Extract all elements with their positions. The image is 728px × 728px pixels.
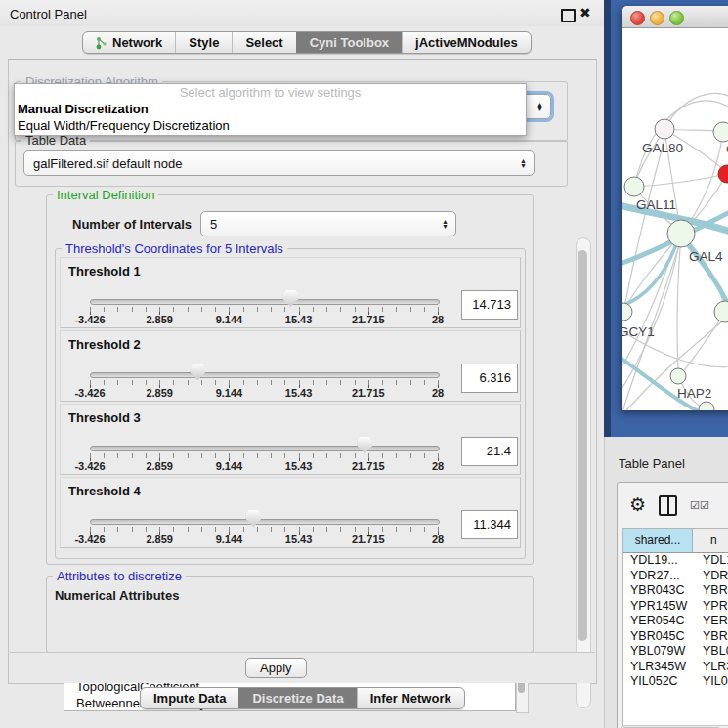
thresholds-group: Threshold's Coordinates for 5 Intervals … bbox=[55, 248, 526, 559]
apply-button[interactable]: Apply bbox=[245, 658, 307, 678]
node-label: GAL4 bbox=[689, 249, 723, 264]
network-view-window[interactable]: GAL80 GAL11 GAL4 GCY1 HAP2 GA C H bbox=[622, 6, 728, 410]
tab-select[interactable]: Select bbox=[232, 32, 295, 53]
node-gal4[interactable] bbox=[667, 220, 695, 247]
tab-discretize-data[interactable]: Discretize Data bbox=[238, 688, 356, 708]
stepper-icon: ▲▼ bbox=[442, 219, 449, 229]
column-header-name[interactable]: n bbox=[693, 529, 728, 552]
node-gal80[interactable] bbox=[655, 119, 674, 139]
threshold-4-slider-track[interactable] bbox=[90, 519, 440, 525]
numerical-attributes-header: Numerical Attributes bbox=[55, 588, 179, 603]
tab-network-label: Network bbox=[112, 35, 162, 50]
node-top-right[interactable] bbox=[713, 122, 728, 142]
close-traffic-light-icon[interactable] bbox=[630, 11, 645, 25]
threshold-3-box: Threshold 3 -3.426 2.859 9.144 15.43 21.… bbox=[60, 404, 521, 475]
minimize-traffic-light-icon[interactable] bbox=[650, 11, 664, 25]
control-panel: Control Panel ✖ Network Style Select Cyn… bbox=[0, 0, 605, 728]
top-tabstrip: Network Style Select Cyni Toolbox jActiv… bbox=[82, 31, 532, 54]
table-toolbar: ⚙ ☑☑ bbox=[618, 489, 728, 522]
zoom-traffic-light-icon[interactable] bbox=[669, 11, 684, 25]
apply-row: Apply bbox=[10, 652, 595, 683]
attributes-group-title: Attributes to discretize bbox=[53, 569, 186, 583]
content-scrollbar[interactable] bbox=[576, 237, 591, 708]
table-row[interactable]: YPR145WYPR1 bbox=[623, 599, 728, 615]
tab-network[interactable]: Network bbox=[83, 32, 175, 53]
table-header-row: shared... n bbox=[623, 529, 728, 553]
num-intervals-label: Number of Intervals bbox=[72, 217, 192, 232]
table-row[interactable]: YBL079WYBL0 bbox=[623, 644, 728, 660]
threshold-1-slider-track[interactable] bbox=[90, 299, 440, 305]
close-icon[interactable]: ✖ bbox=[579, 5, 591, 21]
table-panel: Table Panel ⚙ ☑☑ shared... n YDL19...YDL… bbox=[604, 437, 728, 728]
scrollbar-thumb[interactable] bbox=[578, 250, 587, 641]
threshold-3-label: Threshold 3 bbox=[68, 410, 141, 425]
panel-title: Control Panel bbox=[10, 7, 87, 21]
node-gal11[interactable] bbox=[624, 177, 644, 196]
stepper-icon: ▲▼ bbox=[520, 158, 527, 168]
num-intervals-combobox[interactable]: 5 ▲▼ bbox=[200, 211, 456, 236]
cyni-toolbox-content: Discretization Algorithm ▲▼ Select algor… bbox=[8, 59, 597, 684]
node-bottom-partial[interactable] bbox=[699, 402, 714, 410]
node-label: GAL11 bbox=[636, 197, 676, 212]
dropdown-option-manual[interactable]: Manual Discretization bbox=[15, 101, 526, 117]
dropdown-option-equal-width[interactable]: Equal Width/Frequency Discretization bbox=[15, 117, 526, 134]
node-table: shared... n YDL19...YDL1 YDR27...YDR2 YB… bbox=[622, 528, 728, 728]
threshold-1-box: Threshold 1 -3.426 2.859 9.144 15.43 21.… bbox=[60, 257, 521, 328]
threshold-3-slider-track[interactable] bbox=[90, 446, 440, 451]
column-layout-icon[interactable] bbox=[659, 495, 677, 516]
node-label: GAL80 bbox=[642, 141, 683, 155]
cytoscape-desktop: GAL80 GAL11 GAL4 GCY1 HAP2 GA C H bbox=[604, 0, 728, 437]
checkbox-icons[interactable]: ☑☑ bbox=[690, 499, 709, 512]
node-label: GCY1 bbox=[622, 324, 655, 339]
node-gcy1[interactable] bbox=[622, 303, 632, 321]
table-row[interactable]: YLR345WYLR3 bbox=[623, 660, 728, 675]
tab-jactivemnodules[interactable]: jActiveMNodules bbox=[402, 32, 531, 53]
right-column: GAL80 GAL11 GAL4 GCY1 HAP2 GA C H Table … bbox=[604, 0, 728, 728]
tab-cyni-toolbox[interactable]: Cyni Toolbox bbox=[296, 32, 402, 53]
threshold-1-value-field[interactable]: 14.713 bbox=[461, 290, 518, 320]
node-red-selected[interactable] bbox=[718, 165, 728, 183]
threshold-4-label: Threshold 4 bbox=[68, 484, 141, 498]
threshold-4-value-field[interactable]: 11.344 bbox=[461, 510, 518, 539]
table-panel-title: Table Panel bbox=[619, 456, 685, 471]
bottom-tabstrip: Impute Data Discretize Data Infer Networ… bbox=[140, 687, 465, 709]
network-icon bbox=[96, 36, 107, 50]
node-h[interactable] bbox=[714, 301, 728, 322]
stepper-icon: ▲▼ bbox=[536, 102, 543, 111]
tab-infer-network[interactable]: Infer Network bbox=[357, 688, 464, 708]
dropdown-hint: Select algorithm to view settings bbox=[15, 84, 526, 101]
threshold-2-slider-track[interactable] bbox=[90, 372, 440, 378]
interval-definition-title: Interval Definition bbox=[53, 188, 158, 202]
tab-impute-data[interactable]: Impute Data bbox=[141, 688, 238, 708]
float-window-icon[interactable] bbox=[561, 9, 576, 22]
table-panel-body: ⚙ ☑☑ shared... n YDL19...YDL1 YDR27...YD… bbox=[617, 482, 728, 728]
table-row[interactable]: YBR043CYBR0 bbox=[623, 583, 728, 599]
threshold-3-value-field[interactable]: 21.4 bbox=[461, 437, 518, 466]
gear-icon[interactable]: ⚙ bbox=[629, 495, 646, 515]
table-row[interactable]: YER054CYER0 bbox=[623, 614, 728, 629]
table-row[interactable]: YBR045CYBR0 bbox=[623, 629, 728, 645]
control-panel-titlebar: Control Panel ✖ bbox=[0, 0, 604, 26]
interval-definition-group: Interval Definition Number of Intervals … bbox=[46, 194, 534, 565]
threshold-2-box: Threshold 2 -3.426 2.859 9.144 15.43 21.… bbox=[60, 330, 521, 402]
node-label: HAP2 bbox=[677, 386, 711, 401]
threshold-4-box: Threshold 4 -3.426 2.859 9.144 15.43 21.… bbox=[60, 477, 521, 548]
threshold-2-value-field[interactable]: 6.316 bbox=[461, 364, 518, 393]
table-row[interactable]: YIL052CYIL0 bbox=[623, 674, 728, 690]
table-data-combobox[interactable]: galFiltered.sif default node ▲▼ bbox=[23, 150, 535, 176]
threshold-1-label: Threshold 1 bbox=[68, 264, 141, 278]
table-row[interactable]: YDR27...YDR2 bbox=[623, 569, 728, 584]
network-graph: GAL80 GAL11 GAL4 GCY1 HAP2 GA C H bbox=[622, 28, 728, 410]
attributes-group: Attributes to discretize Numerical Attri… bbox=[46, 576, 534, 653]
algorithm-dropdown-popup: Select algorithm to view settings Manual… bbox=[14, 83, 527, 136]
tab-style[interactable]: Style bbox=[175, 32, 232, 53]
thresholds-group-title: Threshold's Coordinates for 5 Intervals bbox=[62, 241, 287, 256]
threshold-2-label: Threshold 2 bbox=[68, 337, 141, 352]
table-row[interactable]: YDL19...YDL1 bbox=[623, 553, 728, 569]
column-header-shared[interactable]: shared... bbox=[623, 529, 693, 552]
network-canvas[interactable]: GAL80 GAL11 GAL4 GCY1 HAP2 GA C H bbox=[622, 28, 728, 410]
network-window-titlebar[interactable] bbox=[622, 6, 728, 28]
node-hap2[interactable] bbox=[670, 368, 686, 384]
table-data-group: Table Data galFiltered.sif default node … bbox=[15, 140, 568, 187]
